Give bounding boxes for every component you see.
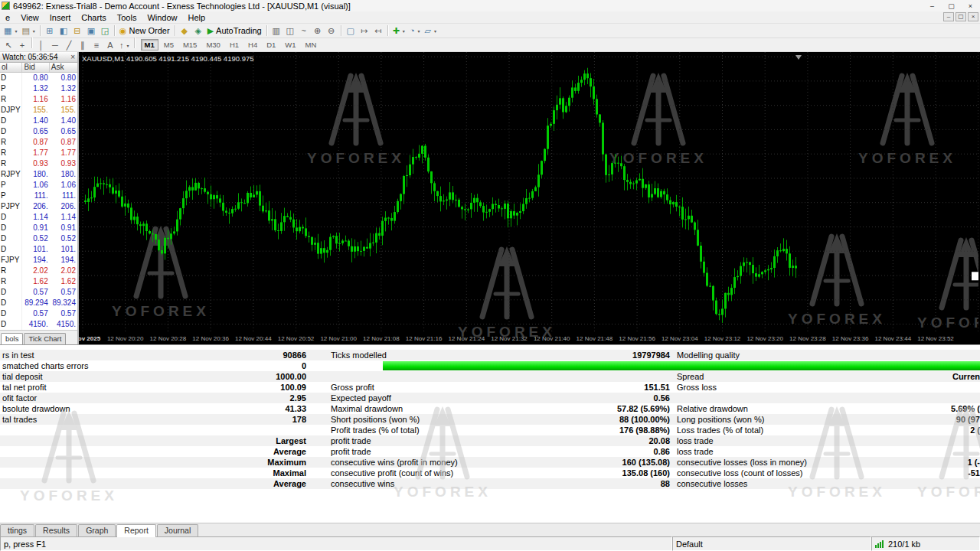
svg-text:12 Nov 23:04: 12 Nov 23:04	[662, 335, 698, 342]
fibonacci-button[interactable]: ≡	[90, 39, 103, 52]
tab-report[interactable]: Report	[116, 524, 156, 537]
market-watch-row[interactable]: D0.520.52	[0, 233, 77, 244]
menu-item-e[interactable]: e	[0, 13, 15, 22]
child-close-button[interactable]: ×	[968, 12, 978, 21]
tab-journal[interactable]: Journal	[157, 524, 198, 536]
autotrading-button[interactable]: ▶AutoTrading	[205, 24, 264, 37]
new-order-button[interactable]: ◉New Order	[117, 24, 172, 37]
market-watch-tab-bols[interactable]: bols	[1, 333, 23, 344]
timeframe-mn[interactable]: MN	[302, 39, 321, 51]
vertical-line-button[interactable]: │	[34, 39, 48, 52]
market-watch-row[interactable]: D0.570.57	[0, 308, 77, 319]
terminal-icon: ▣	[87, 27, 95, 35]
menu-item-view[interactable]: View	[15, 13, 44, 22]
market-watch-button[interactable]: ⊞	[43, 24, 57, 37]
chart-area[interactable]: XAUUSD,M1 4190.605 4191.215 4190.445 419…	[79, 52, 980, 344]
market-watch-row[interactable]: D1.141.14	[0, 212, 77, 223]
ask-cell: 1.14	[50, 212, 77, 223]
options-button[interactable]: ◈	[191, 24, 205, 37]
tab-graph[interactable]: Graph	[78, 524, 116, 536]
market-watch-row[interactable]: D1.401.40	[0, 116, 77, 126]
child-restore-button[interactable]: ▢	[956, 12, 966, 21]
column-bid[interactable]: Bid	[22, 63, 49, 72]
market-watch-row[interactable]: P1.321.32	[0, 83, 77, 94]
menu-item-window[interactable]: Window	[142, 13, 182, 22]
status-profile[interactable]: Default	[672, 536, 871, 551]
terminal-button[interactable]: ▣	[84, 24, 98, 37]
toolbar-separator	[114, 25, 115, 36]
arrows-button[interactable]: ↑▾	[117, 39, 132, 52]
market-watch-row[interactable]: RJPY180.180.	[0, 169, 77, 180]
timeframe-h1[interactable]: H1	[226, 39, 243, 51]
candlestick-mode-button[interactable]: ◫	[283, 24, 297, 37]
market-watch-row[interactable]: DJPY155.155.	[0, 105, 77, 116]
bid-cell: 111.	[22, 191, 49, 201]
market-watch-row[interactable]: P1.061.06	[0, 180, 77, 191]
report-value: Largest	[216, 435, 306, 446]
horizontal-line-button[interactable]: ─	[48, 39, 62, 52]
chart-shift-button[interactable]: ↤	[371, 24, 385, 37]
market-watch-row[interactable]: D4150.4150.	[0, 319, 77, 330]
market-watch-tab-tick-chart[interactable]: Tick Chart	[24, 333, 66, 344]
market-watch-row[interactable]: D0.650.65	[0, 126, 77, 137]
templates-button[interactable]: ▱▾	[423, 24, 439, 37]
market-watch-row[interactable]: R1.771.77	[0, 148, 77, 158]
market-watch-row[interactable]: D0.570.57	[0, 287, 77, 298]
svg-text:12 Nov 2025: 12 Nov 2025	[79, 335, 101, 342]
menu-item-tools[interactable]: Tools	[112, 13, 142, 22]
price-chart[interactable]: YOFOREXYOFOREXYOFOREXYOFOREXYOFOREXYOFOR…	[79, 52, 978, 344]
profiles-button[interactable]: ▤▾	[19, 24, 37, 37]
minimize-button[interactable]: –	[923, 0, 942, 11]
market-watch-row[interactable]: R2.022.02	[0, 266, 77, 276]
bar-chart-mode-button[interactable]: ▥	[270, 24, 283, 37]
column-symbol[interactable]: ol	[0, 63, 22, 72]
zoom-out-button[interactable]: ⊖	[325, 24, 338, 37]
zoom-in-button[interactable]: ⊕	[311, 24, 325, 37]
line-chart-mode-button[interactable]: ~	[297, 24, 311, 37]
text-label-button[interactable]: A	[103, 39, 117, 52]
maximize-button[interactable]: ▢	[942, 0, 961, 11]
market-watch-row[interactable]: P111.111.	[0, 191, 77, 201]
timeframe-d1[interactable]: D1	[263, 39, 279, 51]
menu-item-charts[interactable]: Charts	[76, 13, 111, 22]
metaeditor-button[interactable]: ◆	[178, 24, 191, 37]
market-watch-row[interactable]: D0.800.80	[0, 73, 77, 83]
data-window-button[interactable]: ◧	[57, 24, 70, 37]
timeframe-m1[interactable]: M1	[141, 39, 158, 51]
fibonacci-icon: ≡	[94, 41, 99, 50]
channel-button[interactable]: ∥	[76, 39, 90, 52]
close-icon[interactable]: ×	[70, 54, 75, 61]
timeframe-h4[interactable]: H4	[244, 39, 261, 51]
auto-scroll-button[interactable]: ↦	[358, 24, 371, 37]
menu-item-help[interactable]: Help	[183, 13, 211, 22]
market-watch-row[interactable]: R0.870.87	[0, 137, 77, 148]
timeframe-m15[interactable]: M15	[179, 39, 201, 51]
indicators-button[interactable]: ✚▾	[390, 24, 407, 37]
timeframe-m30[interactable]: M30	[202, 39, 224, 51]
strategy-tester-button[interactable]: ◲	[98, 24, 112, 37]
menu-item-insert[interactable]: Insert	[44, 13, 77, 22]
tab-ttings[interactable]: ttings	[0, 524, 34, 536]
market-watch-row[interactable]: FJPY194.194.	[0, 255, 77, 266]
report-label: bsolute drawdown	[0, 403, 216, 414]
market-watch-row[interactable]: PJPY206.206.	[0, 201, 77, 212]
trendline-button[interactable]: ╱	[62, 39, 76, 52]
market-watch-row[interactable]: R1.621.62	[0, 276, 77, 287]
timeframe-m5[interactable]: M5	[160, 39, 178, 51]
new-chart-button[interactable]: ▦▾	[2, 24, 19, 37]
crosshair-button[interactable]: +	[15, 39, 29, 52]
market-watch-row[interactable]: R0.930.93	[0, 158, 77, 169]
navigator-button[interactable]: ⊟	[70, 24, 84, 37]
periods-button[interactable]: ◔▾	[407, 24, 423, 37]
tile-windows-button[interactable]: ▢	[344, 24, 358, 37]
tab-results[interactable]: Results	[35, 524, 77, 536]
market-watch-row[interactable]: R1.161.16	[0, 94, 77, 105]
market-watch-row[interactable]: D0.910.91	[0, 223, 77, 233]
column-ask[interactable]: Ask	[50, 63, 77, 72]
market-watch-row[interactable]: D89.29489.324	[0, 298, 77, 308]
close-button[interactable]: ×	[961, 0, 980, 11]
cursor-button[interactable]: ↖	[2, 39, 15, 52]
child-minimize-button[interactable]: –	[943, 12, 954, 21]
timeframe-w1[interactable]: W1	[281, 39, 299, 51]
market-watch-row[interactable]: D101.101.	[0, 244, 77, 255]
